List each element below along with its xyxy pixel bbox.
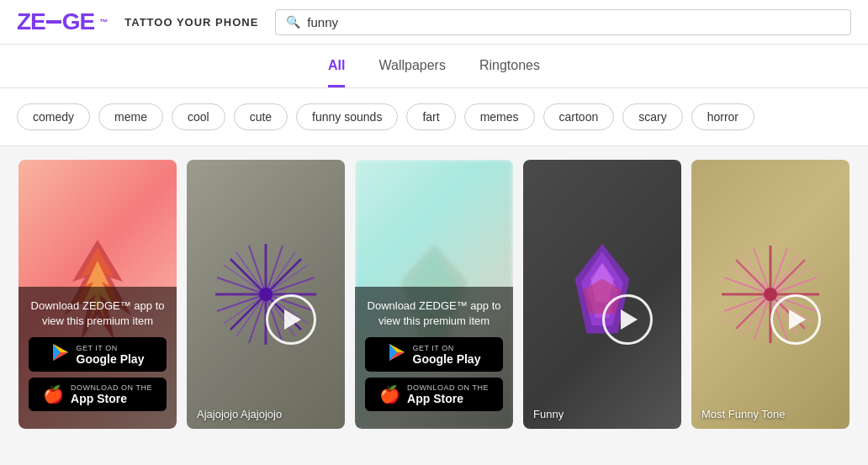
search-input[interactable] [307, 15, 840, 29]
app-store-small-1: Download on the [71, 383, 152, 392]
card-3[interactable]: Download ZEDGE™ app to view this premium… [355, 160, 513, 429]
play-circle-5[interactable] [770, 294, 821, 345]
google-play-icon-1 [51, 343, 70, 366]
app-store-btn-1[interactable]: 🍎 Download on the App Store [29, 378, 167, 411]
download-overlay-1: Download ZEDGE™ app to view this premium… [19, 287, 177, 429]
tags-row: comedy meme cool cute funny sounds fart … [0, 88, 868, 146]
card-2-label: Ajajojojo Ajajojojo [197, 408, 282, 420]
tag-comedy[interactable]: comedy [17, 103, 90, 130]
tag-fart[interactable]: fart [406, 103, 455, 130]
tag-cartoon[interactable]: cartoon [543, 103, 615, 130]
download-text-1: Download ZEDGE™ app to view this premium… [29, 299, 167, 329]
card-5-label: Most Funny Tone [701, 408, 785, 420]
content-grid: Download ZEDGE™ app to view this premium… [0, 146, 868, 442]
card-5[interactable]: Most Funny Tone [691, 160, 849, 429]
google-play-small-3: GET IT ON [413, 344, 481, 352]
play-circle-2[interactable] [266, 294, 316, 345]
logo[interactable]: ZEGE ™ [17, 8, 108, 35]
card-2[interactable]: Ajajojojo Ajajojojo [187, 160, 345, 429]
google-play-btn-1[interactable]: GET IT ON Google Play [29, 337, 167, 372]
download-text-3: Download ZEDGE™ app to view this premium… [365, 299, 503, 329]
card-4-label: Funny [533, 408, 564, 420]
download-overlay-3: Download ZEDGE™ app to view this premium… [355, 287, 513, 429]
tab-ringtones[interactable]: Ringtones [479, 58, 540, 87]
card-1[interactable]: Download ZEDGE™ app to view this premium… [19, 160, 177, 429]
card-4-bg [523, 160, 681, 429]
app-store-text-1: Download on the App Store [71, 383, 152, 405]
search-icon: 🔍 [286, 15, 300, 29]
logo-text: ZEGE [17, 8, 94, 35]
tag-horror[interactable]: horror [691, 103, 754, 130]
app-store-text-3: Download on the App Store [407, 383, 489, 405]
card-2-bg [187, 160, 345, 429]
google-play-text-1: GET IT ON Google Play [77, 344, 145, 366]
tag-meme[interactable]: meme [98, 103, 163, 130]
tab-wallpapers[interactable]: Wallpapers [378, 58, 445, 87]
tagline: TATTOO YOUR PHONE [124, 16, 258, 29]
google-play-btn-3[interactable]: GET IT ON Google Play [365, 337, 503, 372]
tag-cool[interactable]: cool [172, 103, 225, 130]
tag-memes[interactable]: memes [464, 103, 535, 130]
google-play-small-1: GET IT ON [77, 344, 145, 352]
app-store-large-3: App Store [407, 392, 489, 405]
google-play-store-3: Google Play [413, 352, 481, 366]
apple-icon-3: 🍎 [379, 384, 400, 404]
svg-point-19 [259, 288, 273, 301]
app-store-btn-3[interactable]: 🍎 Download on the App Store [365, 378, 503, 411]
logo-tm: ™ [99, 18, 108, 27]
card-5-bg [691, 160, 849, 429]
google-play-icon-3 [388, 343, 406, 366]
app-store-small-3: Download on the [407, 383, 489, 392]
tag-cute[interactable]: cute [234, 103, 288, 130]
tab-all[interactable]: All [328, 58, 345, 87]
tag-scary[interactable]: scary [622, 103, 682, 130]
google-play-store-1: Google Play [77, 352, 145, 366]
apple-icon-1: 🍎 [43, 384, 64, 404]
app-store-large-1: App Store [71, 392, 152, 405]
svg-point-43 [764, 288, 777, 301]
search-bar[interactable]: 🔍 [275, 9, 851, 35]
card-4[interactable]: Funny [523, 160, 681, 429]
tag-funny-sounds[interactable]: funny sounds [296, 103, 398, 130]
play-circle-4[interactable] [602, 294, 653, 345]
tabs: All Wallpapers Ringtones [0, 45, 868, 88]
google-play-text-3: GET IT ON Google Play [413, 344, 481, 366]
header: ZEGE ™ TATTOO YOUR PHONE 🔍 [0, 0, 868, 45]
